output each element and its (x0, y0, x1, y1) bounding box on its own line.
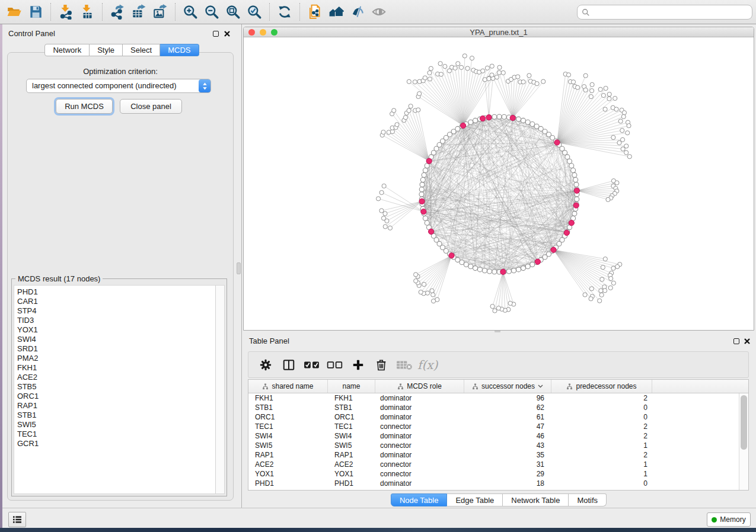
zoom-out-button[interactable] (201, 2, 222, 22)
table-row[interactable]: TEC1TEC1connector472 (248, 422, 739, 431)
mcds-result-item[interactable]: GCR1 (17, 439, 215, 448)
mcds-result-item[interactable]: TID3 (17, 316, 215, 325)
task-history-button[interactable] (8, 512, 26, 527)
table-row[interactable]: SWI5SWI5connector431 (248, 441, 739, 450)
table-scrollbar[interactable] (739, 393, 748, 490)
list-icon (12, 515, 23, 524)
add-column-button[interactable] (348, 355, 368, 375)
table-panel-float-icon[interactable] (733, 338, 739, 344)
optimization-criterion-label: Optimization criterion: (7, 67, 234, 76)
table-row[interactable]: ORC1ORC1dominator610 (248, 412, 739, 422)
import-network-button[interactable] (55, 2, 76, 22)
table-row[interactable]: STB1STB1dominator620 (248, 403, 739, 412)
hide-graphics-icon (350, 4, 365, 20)
mcds-result-item[interactable]: YOX1 (17, 325, 215, 335)
mcds-result-item[interactable]: STB1 (17, 411, 215, 420)
column-header-name[interactable]: name (328, 380, 375, 393)
table-row[interactable]: ACE2ACE2connector311 (248, 460, 739, 469)
table-header-row: shared namenameMCDS rolesuccessor nodesp… (248, 380, 748, 393)
table-cell: TEC1 (248, 422, 328, 431)
mcds-result-item[interactable]: RAP1 (17, 401, 215, 411)
run-mcds-button[interactable]: Run MCDS (56, 99, 113, 114)
vertical-splitter[interactable] (241, 24, 242, 508)
export-image-button[interactable] (149, 2, 171, 22)
tab-style[interactable]: Style (90, 44, 123, 56)
deselect-all-button[interactable] (325, 355, 345, 375)
table-row[interactable]: RAP1RAP1dominator352 (248, 450, 739, 460)
network-home-button[interactable] (326, 2, 347, 22)
select-all-button[interactable] (302, 355, 322, 375)
export-network-button[interactable] (107, 2, 128, 22)
mcds-list-scrollbar[interactable] (215, 286, 224, 493)
optimization-criterion-select[interactable]: largest connected component (undirected) (26, 79, 211, 93)
table-row[interactable]: SWI4SWI4dominator462 (248, 431, 739, 441)
memory-button[interactable]: Memory (707, 512, 751, 527)
table-panel-title: Table Panel (249, 336, 289, 345)
column-label: MCDS role (407, 382, 442, 390)
save-session-button[interactable] (25, 2, 46, 22)
control-panel-title: Control Panel (8, 29, 55, 38)
table-cell: 0 (551, 412, 652, 422)
column-header-shared-name[interactable]: shared name (248, 380, 328, 393)
tab-node-table[interactable]: Node Table (391, 493, 448, 507)
vertical-splitter-handle[interactable] (237, 262, 241, 274)
zoom-fit-button[interactable] (222, 2, 244, 22)
tab-motifs[interactable]: Motifs (569, 493, 607, 507)
table-row[interactable]: YOX1YOX1connector291 (248, 469, 739, 479)
export-table-button[interactable] (128, 2, 149, 22)
table-row[interactable]: PHD1PHD1dominator180 (248, 479, 739, 488)
control-panel-float-icon[interactable] (213, 31, 219, 37)
mcds-result-item[interactable]: PMA2 (17, 354, 215, 363)
table-cell: dominator (375, 431, 464, 441)
mcds-result-item[interactable]: SRD1 (17, 344, 215, 354)
close-panel-button[interactable]: Close panel (120, 99, 182, 114)
mcds-result-item[interactable]: FKH1 (17, 363, 215, 373)
refresh-view-button[interactable] (274, 2, 295, 22)
tab-network-table[interactable]: Network Table (503, 493, 569, 507)
table-row[interactable]: FKH1FKH1dominator962 (248, 393, 739, 403)
zoom-selected-button[interactable] (244, 2, 265, 22)
mcds-result-item[interactable]: SWI4 (17, 335, 215, 344)
table-panel-close-icon[interactable] (744, 338, 751, 345)
mcds-result-item[interactable]: PHD1 (17, 287, 215, 297)
table-cell: dominator (375, 403, 464, 412)
table-mode-button[interactable] (256, 355, 276, 375)
mapped-column-icon (262, 383, 269, 390)
table-cell: 18 (464, 479, 551, 488)
zoom-in-button[interactable] (180, 2, 201, 22)
control-panel-close-icon[interactable] (224, 30, 231, 37)
mcds-result-item[interactable]: ORC1 (17, 392, 215, 401)
delete-column-button[interactable] (371, 355, 391, 375)
tab-network[interactable]: Network (44, 44, 90, 56)
mcds-result-item[interactable]: ACE2 (17, 373, 215, 382)
show-columns-button[interactable] (279, 355, 299, 375)
mcds-result-item[interactable]: TEC1 (17, 430, 215, 439)
table-cell: 35 (464, 450, 551, 460)
mcds-result-item[interactable]: CAR1 (17, 297, 215, 306)
mcds-result-item[interactable]: STP4 (17, 306, 215, 316)
tab-select[interactable]: Select (123, 44, 160, 56)
select-stepper-icon (199, 79, 210, 92)
import-table-button[interactable] (76, 2, 98, 22)
tab-mcds[interactable]: MCDS (160, 44, 199, 56)
open-file-button[interactable] (4, 2, 25, 22)
share-document-button[interactable] (304, 2, 326, 22)
table-cell: ACE2 (328, 460, 375, 469)
mcds-result-item[interactable]: STB5 (17, 382, 215, 392)
mcds-result-item[interactable]: SWI5 (17, 420, 215, 430)
table-cell: STB1 (328, 403, 375, 412)
network-canvas[interactable] (244, 37, 754, 330)
column-header-predecessor-nodes[interactable]: predecessor nodes (551, 380, 652, 393)
table-cell: dominator (375, 393, 464, 403)
table-scrollbar-thumb[interactable] (741, 395, 747, 450)
search-box[interactable] (577, 5, 752, 20)
export-table-icon (131, 4, 146, 20)
column-header-successor-nodes[interactable]: successor nodes (464, 380, 551, 393)
column-header-mcds-role[interactable]: MCDS role (375, 380, 464, 393)
hide-graphics-button[interactable] (347, 2, 368, 22)
tab-edge-table[interactable]: Edge Table (447, 493, 503, 507)
show-graphics-button[interactable] (368, 2, 390, 22)
table-cell: SWI4 (328, 431, 375, 441)
network-window-titlebar[interactable]: YPA_prune.txt_1 (244, 27, 754, 37)
search-input[interactable] (590, 6, 752, 18)
